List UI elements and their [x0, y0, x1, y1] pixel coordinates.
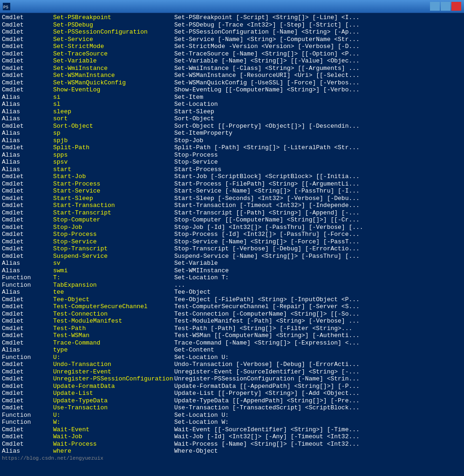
row-name: Trace-Command — [53, 339, 174, 347]
row-definition: Undo-Transaction [-Verbose] [-Debug] [-E… — [174, 361, 462, 368]
row-definition: Tee-Object — [174, 289, 462, 296]
row-name: sl — [53, 101, 174, 108]
row-name: Undo-Transaction — [53, 361, 174, 368]
table-row: CmdletUndo-TransactionUndo-Transaction [… — [2, 361, 462, 368]
row-type: Cmdlet — [2, 43, 53, 50]
row-type: Function — [2, 274, 53, 282]
row-type: Cmdlet — [2, 144, 53, 152]
row-type: Alias — [2, 152, 53, 159]
row-definition: Where-Object — [174, 448, 462, 455]
row-name: Unregister-PSSessionConfiguration — [53, 375, 174, 383]
row-name: type — [53, 346, 174, 354]
row-definition: Test-Path [-Path] <String[]> [-Filter <S… — [174, 325, 462, 332]
row-definition: Set-WMIInstance — [174, 267, 462, 275]
row-definition: Set-PSSessionConfiguration [-Name] <Stri… — [174, 28, 462, 36]
table-row: CmdletSet-PSDebugSet-PSDebug [-Trace <In… — [2, 21, 462, 29]
row-name: Set-Service — [53, 36, 174, 43]
row-name: sp — [53, 130, 174, 137]
table-row: AliasspjbStop-Job — [2, 137, 462, 145]
table-row: CmdletWait-EventWait-Event [[-SourceIden… — [2, 426, 462, 434]
row-type: Alias — [2, 115, 53, 123]
row-name: Tee-Object — [53, 296, 174, 304]
table-row: CmdletTest-ComputerSecureChannelTest-Com… — [2, 303, 462, 310]
row-name: Set-TraceSource — [53, 50, 174, 58]
table-row: CmdletTest-ConnectionTest-Connection [-C… — [2, 310, 462, 318]
row-definition: Set-ItemProperty — [174, 130, 462, 137]
row-name: Update-TypeData — [53, 397, 174, 405]
row-definition: Sort-Object [[-Property] <Object[]>] [-D… — [174, 123, 462, 130]
window-controls — [430, 2, 461, 11]
row-name: Stop-Job — [53, 224, 174, 231]
row-name: spsv — [53, 159, 174, 166]
row-name: Test-WSMan — [53, 332, 174, 339]
maximize-button[interactable] — [441, 2, 450, 11]
row-definition: Test-ComputerSecureChannel [-Repair] [-S… — [174, 303, 462, 310]
row-type: Cmdlet — [2, 14, 53, 21]
svg-text:PS: PS — [3, 5, 8, 10]
row-definition: Set-Variable [-Name] <String[]> [[-Value… — [174, 57, 462, 65]
table-row: AliassppsStop-Process — [2, 152, 462, 159]
row-definition: Use-Transaction [-TransactedScript] <Scr… — [174, 404, 462, 412]
table-row: FunctionU:Set-Location U: — [2, 354, 462, 361]
row-definition: Test-ModuleManifest [-Path] <String> [-V… — [174, 317, 462, 325]
row-type: Function — [2, 419, 53, 426]
minimize-button[interactable] — [430, 2, 440, 11]
row-name: Test-ComputerSecureChannel — [53, 303, 174, 310]
row-name: Stop-Process — [53, 231, 174, 238]
row-type: Cmdlet — [2, 79, 53, 87]
row-name: Start-Transcript — [53, 209, 174, 217]
row-definition: Stop-Transcript [-Verbose] [-Debug] [-Er… — [174, 245, 462, 253]
table-row: CmdletStart-JobStart-Job [-ScriptBlock] … — [2, 173, 462, 180]
row-type: Cmdlet — [2, 57, 53, 65]
table-row: AliaswhereWhere-Object — [2, 448, 462, 455]
row-type: Cmdlet — [2, 368, 53, 376]
row-name: Show-EventLog — [53, 86, 174, 94]
row-definition: Set-Location U: — [174, 354, 462, 361]
row-definition: Trace-Command [-Name] <String[]> [-Expre… — [174, 339, 462, 347]
row-name: Stop-Computer — [53, 216, 174, 224]
row-definition: Update-FormatData [[-AppendPath] <String… — [174, 383, 462, 390]
row-name: T: — [53, 274, 174, 282]
row-name: Set-StrictMode — [53, 43, 174, 50]
row-name: Split-Path — [53, 144, 174, 152]
row-definition: Show-EventLog [[-ComputerName] <String>]… — [174, 86, 462, 94]
table-row: AliassvSet-Variable — [2, 260, 462, 267]
row-definition: Get-Content — [174, 346, 462, 354]
row-name: Use-Transaction — [53, 404, 174, 412]
row-definition: Tee-Object [-FilePath] <String> [-InputO… — [174, 296, 462, 304]
row-type: Function — [2, 354, 53, 361]
row-type: Cmdlet — [2, 375, 53, 383]
row-name: Start-Service — [53, 187, 174, 195]
row-type: Cmdlet — [2, 361, 53, 368]
row-type: Alias — [2, 137, 53, 145]
row-definition: Unregister-PSSessionConfiguration [-Name… — [174, 375, 462, 383]
row-name: Set-PSBreakpoint — [53, 14, 174, 21]
table-row: CmdletSet-WSManInstanceSet-WSManInstance… — [2, 72, 462, 79]
row-type: Alias — [2, 130, 53, 137]
row-type: Alias — [2, 289, 53, 296]
table-row: CmdletTest-ModuleManifestTest-ModuleMani… — [2, 317, 462, 325]
table-row: CmdletWait-JobWait-Job [-Id] <Int32[]> [… — [2, 433, 462, 441]
row-definition: Stop-Process [-Id] <Int32[]> [-PassThru]… — [174, 231, 462, 238]
row-type: Cmdlet — [2, 202, 53, 209]
row-type: Cmdlet — [2, 426, 53, 434]
row-name: sort — [53, 115, 174, 123]
row-name: Sort-Object — [53, 123, 174, 130]
row-type: Cmdlet — [2, 224, 53, 231]
table-row: CmdletWait-ProcessWait-Process [-Name] <… — [2, 441, 462, 448]
table-row: CmdletSet-ServiceSet-Service [-Name] <St… — [2, 36, 462, 43]
row-type: Cmdlet — [2, 397, 53, 405]
row-definition: Wait-Event [[-SourceIdentifier] <String>… — [174, 426, 462, 434]
row-type: Cmdlet — [2, 310, 53, 318]
row-name: Start-Job — [53, 173, 174, 180]
table-row: FunctionT:Set-Location T: — [2, 274, 462, 282]
table-row: CmdletStop-ServiceStop-Service [-Name] <… — [2, 238, 462, 246]
table-row: CmdletStart-TransactionStart-Transaction… — [2, 202, 462, 209]
row-name: W: — [53, 419, 174, 426]
close-button[interactable] — [451, 2, 461, 11]
title-bar-left: PS — [3, 3, 13, 10]
table-row: CmdletTrace-CommandTrace-Command [-Name]… — [2, 339, 462, 347]
row-definition: Wait-Process [-Name] <String[]> [-Timeou… — [174, 441, 462, 448]
row-name: Set-WSManQuickConfig — [53, 79, 174, 87]
row-definition: Stop-Computer [[-ComputerName] <String[]… — [174, 216, 462, 224]
